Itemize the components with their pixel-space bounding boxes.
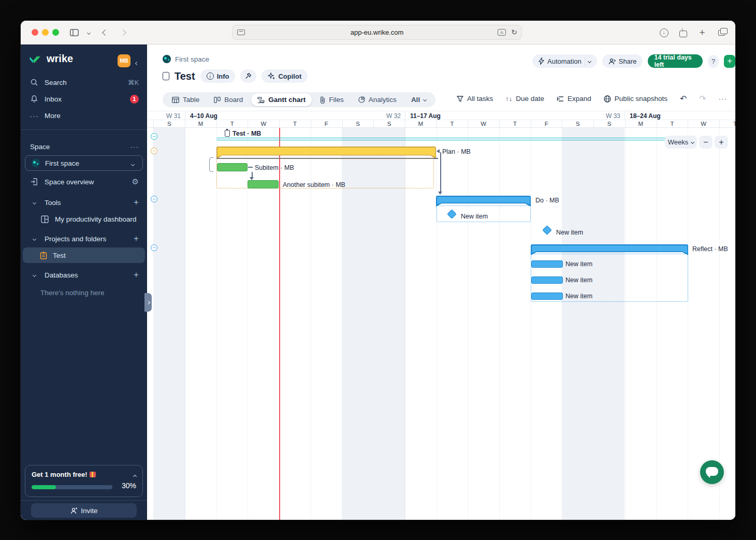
promo-progress-fill [32,485,56,489]
task-label-new-item-2: New item [556,228,583,236]
sidebar-divider [21,129,147,130]
search-icon [30,78,38,86]
task-label-test: Test · MB [225,129,261,137]
add-tool-icon[interactable]: + [134,197,139,208]
task-label-do: Do · MB [535,196,559,204]
bar-new-item-5[interactable] [531,293,563,300]
gear-icon[interactable]: ⚙ [132,177,139,186]
bar-another-subitem[interactable] [248,180,279,188]
task-label-reflect: Reflect · MB [692,245,728,253]
zoom-out-button[interactable]: − [699,136,713,149]
sidebar-section-databases[interactable]: Databases + [21,268,147,282]
task-label-new-item-5: New item [565,292,592,300]
bar-new-item-3[interactable] [531,260,563,268]
sidebar-section-projects[interactable]: Projects and folders + [21,232,147,245]
address-bar[interactable]: app-eu.wrike.com A ↻ [232,25,522,40]
task-label-another-subitem: Another subitem · MB [283,181,345,188]
sidebar-toggle-icon[interactable] [68,27,80,38]
ellipsis-icon: ··· [30,111,38,120]
timescale-dropdown[interactable]: Weeks [665,136,697,149]
back-button[interactable] [99,27,111,38]
collapse-toggle-do[interactable]: – [151,196,157,202]
downloads-icon[interactable]: ↓ [658,27,670,38]
databases-empty-text: There's nothing here [21,286,147,299]
app-sidebar: wrike MB Search ⌘K Inbox 1 ··· More Spac… [21,45,147,520]
wrike-logo-icon [29,53,42,65]
sidebar-item-space-overview[interactable]: Space overview ⚙ [21,175,147,188]
chat-bubble-icon [706,467,718,476]
new-tab-icon[interactable]: + [696,27,708,38]
dep-arrowhead-plan [437,149,440,153]
sidebar-item-test[interactable]: Test [23,247,145,263]
bar-new-item-4[interactable] [531,276,563,284]
zoom-in-button[interactable]: + [715,136,728,149]
dep-line-plan-do [440,152,441,192]
gantt-items-layer: Test · MB––––Plan · MBSubitem · MBAnothe… [147,45,735,520]
sidebar-section-tools[interactable]: Tools + [21,196,147,209]
collapse-sidebar-icon[interactable] [136,57,138,67]
task-label-plan: Plan · MB [442,148,471,155]
wrike-logo: wrike [29,53,73,65]
task-label-new-item-1: New item [461,212,488,220]
zoom-window-button[interactable] [52,29,59,36]
bar-plan[interactable] [216,147,436,159]
collapse-toggle-plan[interactable]: – [151,148,157,154]
collapse-toggle-test[interactable]: – [151,133,157,140]
dashboard-icon [40,215,49,223]
promo-progress-bar [32,485,112,489]
minimize-window-button[interactable] [42,29,49,36]
tab-group-chevron-icon[interactable] [83,27,94,38]
task-label-subitem: Subitem · MB [255,164,294,171]
bar-subitem[interactable] [217,163,248,171]
chevron-down-icon [30,271,38,279]
close-window-button[interactable] [32,29,38,36]
sidebar-divider [21,500,147,501]
task-label-new-item-4: New item [565,276,592,284]
chevron-down-icon [30,198,38,207]
avatar[interactable]: MB [118,54,130,67]
collapse-toggle-reflect[interactable]: – [151,244,157,251]
browser-window: app-eu.wrike.com A ↻ ↓ + wrike MB Search… [21,21,735,520]
bell-icon [30,95,38,103]
invite-person-icon [70,507,77,514]
add-database-icon[interactable]: + [134,270,139,280]
forward-button[interactable] [118,27,129,38]
subitem-label-connector [248,167,253,168]
milestone-new-item-2[interactable] [542,225,551,235]
add-project-icon[interactable]: + [134,233,139,244]
search-shortcut: ⌘K [128,79,139,86]
browser-toolbar: app-eu.wrike.com A ↻ ↓ + [21,21,735,45]
space-section-header: Space ··· [21,140,147,153]
inbox-badge: 1 [130,95,139,104]
project-clipboard-icon [39,251,48,259]
help-chat-button[interactable] [700,460,724,484]
sidebar-item-inbox[interactable]: Inbox 1 [21,92,147,106]
group-drag-bracket[interactable] [209,157,213,172]
chevron-down-icon [30,235,38,243]
space-selector[interactable]: First space [25,155,143,171]
task-label-new-item-3: New item [565,260,592,268]
space-avatar-icon [32,159,40,167]
clipboard-icon [225,130,230,137]
collapse-promo-icon[interactable] [133,475,137,478]
project-line-test[interactable] [216,138,688,140]
promo-title: Get 1 month free! [32,471,136,478]
promo-card[interactable]: Get 1 month free! 30% [25,465,143,497]
main-content: First space Automation Share 14 trial da… [147,45,735,520]
invite-button[interactable]: Invite [31,503,137,518]
translate-icon[interactable]: A [498,29,506,36]
url-text: app-eu.wrike.com [232,28,521,36]
sidebar-resize-handle[interactable] [144,293,152,312]
sidebar-item-dashboard[interactable]: My productivity dashboard [21,212,147,226]
sidebar-item-more[interactable]: ··· More [21,109,147,122]
chevron-down-icon [131,162,135,166]
sidebar-item-search[interactable]: Search ⌘K [21,76,147,89]
reload-icon[interactable]: ↻ [511,28,517,36]
space-options-icon[interactable]: ··· [130,143,139,151]
share-page-icon[interactable] [677,27,689,38]
overview-icon [30,178,38,186]
dep-arrowhead-do [438,192,442,195]
gift-icon [90,472,96,477]
bar-do[interactable] [436,196,531,207]
tab-overview-icon[interactable] [716,27,727,38]
